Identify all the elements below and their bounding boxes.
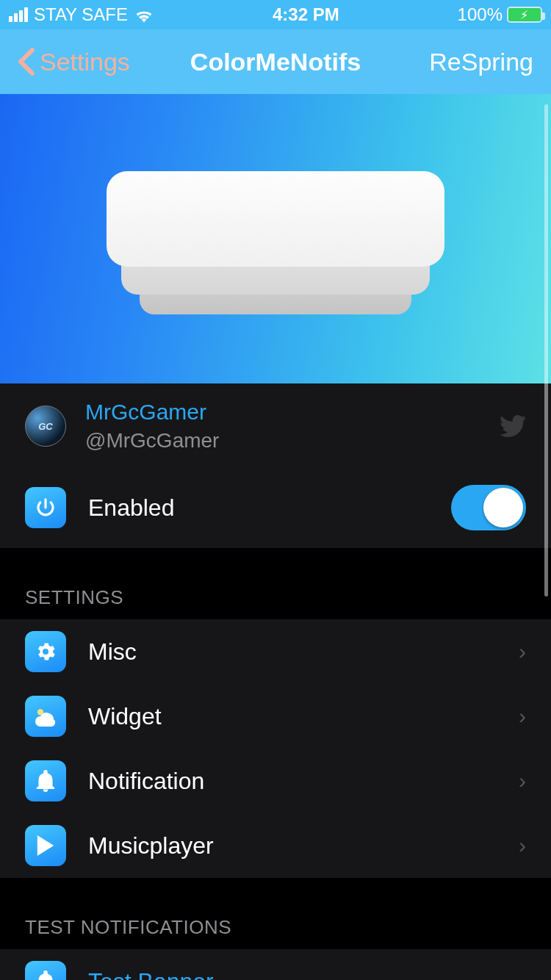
carrier-label: STAY SAFE <box>34 4 128 25</box>
bell-icon <box>25 760 66 801</box>
section-header-settings: SETTINGS <box>0 586 551 619</box>
wifi-icon <box>134 7 154 23</box>
play-icon <box>25 825 66 866</box>
twitter-icon <box>500 415 526 437</box>
developer-cell[interactable]: GC MrGcGamer @MrGcGamer <box>0 383 551 475</box>
chevron-right-icon: › <box>519 704 526 729</box>
back-button[interactable]: Settings <box>18 47 130 76</box>
row-musicplayer[interactable]: Musicplayer › <box>0 813 551 878</box>
gears-icon <box>25 631 66 672</box>
hero-banner <box>0 94 551 383</box>
avatar: GC <box>25 406 66 447</box>
scrollbar[interactable] <box>544 104 548 597</box>
row-label: Widget <box>88 703 497 730</box>
row-test-banner[interactable]: Test Banner <box>0 949 551 980</box>
power-icon <box>25 487 66 528</box>
battery-icon: ⚡︎ <box>507 7 542 23</box>
signal-icon <box>9 7 28 22</box>
developer-name: MrGcGamer <box>85 400 480 425</box>
row-label: Test Banner <box>88 968 526 981</box>
back-label: Settings <box>40 48 130 76</box>
status-bar: STAY SAFE 4:32 PM 100% ⚡︎ <box>0 0 551 29</box>
row-notification[interactable]: Notification › <box>0 749 551 813</box>
status-time: 4:32 PM <box>273 4 339 25</box>
section-header-test: TEST NOTIFICATIONS <box>0 916 551 949</box>
row-label: Misc <box>88 638 497 666</box>
developer-handle: @MrGcGamer <box>85 429 480 453</box>
chevron-left-icon <box>18 47 35 76</box>
notification-stack-illustration <box>107 171 444 307</box>
row-label: Musicplayer <box>88 832 497 860</box>
respring-button[interactable]: ReSpring <box>429 48 533 76</box>
weather-icon <box>25 696 66 737</box>
row-misc[interactable]: Misc › <box>0 619 551 684</box>
row-widget[interactable]: Widget › <box>0 684 551 749</box>
row-label: Notification <box>88 768 497 795</box>
chevron-right-icon: › <box>519 833 526 858</box>
chevron-right-icon: › <box>519 768 526 793</box>
nav-bar: Settings ColorMeNotifs ReSpring <box>0 29 551 94</box>
chevron-right-icon: › <box>519 639 526 664</box>
enabled-switch[interactable] <box>451 485 526 530</box>
bell-icon <box>25 961 66 980</box>
enabled-row: Enabled <box>0 475 551 548</box>
page-title: ColorMeNotifs <box>190 48 361 76</box>
battery-pct: 100% <box>458 4 503 25</box>
enabled-label: Enabled <box>88 494 429 522</box>
